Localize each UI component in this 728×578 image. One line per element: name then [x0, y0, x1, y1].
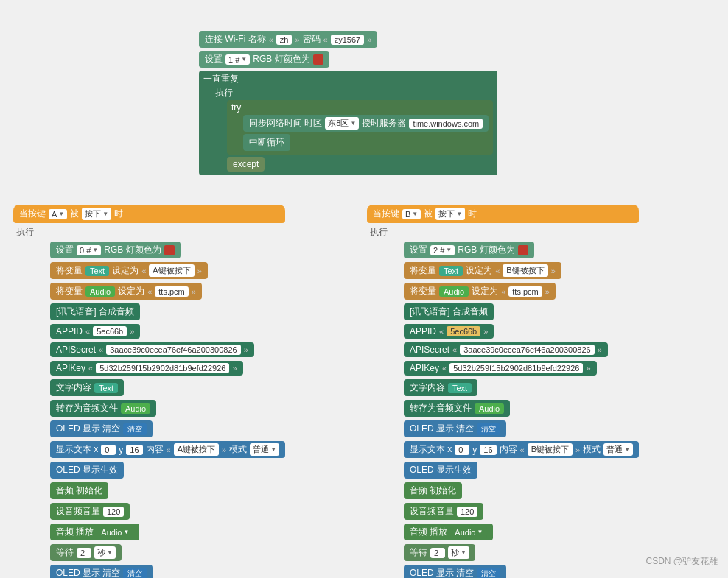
left-hat-label: 当按键 — [19, 208, 46, 220]
left-volume-val: 120 — [103, 507, 124, 517]
right-apisecret-val: 3aace39c0ecea76ef46a200300826 — [460, 345, 595, 355]
right-pressed: 被 — [424, 208, 433, 220]
right-text-val: B键被按下 — [503, 264, 547, 277]
left-oled-clear2: OLED 显示 清空 清空 — [50, 565, 153, 578]
right-appid-val: 5ec66b — [447, 326, 480, 336]
timezone-dropdown[interactable]: 东8区 — [325, 117, 359, 130]
break-label: 中断循环 — [249, 136, 284, 149]
left-text-val: A键被按下 — [149, 264, 194, 277]
wifi-block: 连接 Wi-Fi 名称 « zh » 密码 « zy1567 » — [199, 31, 377, 48]
left-text-var: Text — [85, 266, 109, 276]
left-audio-play-val[interactable]: Audio — [97, 526, 133, 538]
right-key-dropdown[interactable]: B — [402, 209, 421, 219]
exec-label-top: 执行 — [215, 87, 233, 99]
right-audio-init: 音频 初始化 — [404, 482, 462, 499]
right-audio-var: Audio — [439, 286, 469, 297]
right-text-content: 文字内容 Text — [404, 379, 477, 396]
right-wait-val: 2 — [430, 548, 445, 558]
right-audio-play-val[interactable]: Audio — [450, 526, 487, 538]
left-when: 时 — [114, 208, 123, 220]
right-var-text: 将变量 Text 设定为 « B键被按下 » — [404, 262, 561, 279]
right-display-text: 显示文本 x 0 y 16 内容 « B键被按下 » 模式 普通 — [404, 441, 639, 458]
left-set-volume: 设音频音量 120 — [50, 503, 130, 520]
sync-label: 同步网络时间 时区 — [249, 117, 322, 130]
right-oled-effect1: OLED 显示生效 — [404, 462, 477, 479]
right-display-x: 0 — [455, 445, 469, 455]
left-audio-val: tts.pcm — [155, 286, 188, 297]
right-oled-clear1-badge: 清空 — [477, 423, 500, 435]
wifi-password-label: 密码 — [303, 33, 321, 46]
left-appid-val: 5ec66b — [93, 326, 127, 336]
rgb-color-dot — [313, 54, 323, 65]
left-text-content: 文字内容 Text — [50, 379, 124, 396]
right-display-mode-dropdown[interactable]: 普通 — [603, 443, 633, 456]
loop-label: 一直重复 — [203, 73, 239, 85]
left-save-audio: 转存为音频文件 Audio — [50, 400, 156, 417]
left-apikey-val: 5d32b259f15b2902d81b9efd22926 — [96, 363, 229, 373]
left-oled-clear1: OLED 显示 清空 清空 — [50, 420, 153, 437]
right-oled-clear2-badge: 清空 — [477, 568, 500, 579]
sync-time-block: 同步网络时间 时区 东8区 授时服务器 time.windows.com — [243, 115, 489, 132]
right-set-volume: 设音频音量 120 — [404, 503, 483, 520]
set-rgb-block: 设置 1 # RGB 灯颜色为 — [199, 51, 329, 68]
right-save-audio: 转存为音频文件 Audio — [404, 400, 510, 417]
ntp-server: time.windows.com — [409, 119, 483, 129]
left-block: 当按键 A 被 按下 时 执行 设置 0 # RGB 灯颜色为 将变量 Text… — [13, 205, 285, 578]
right-oled-clear1: OLED 显示 清空 清空 — [404, 420, 506, 437]
wifi-label: 连接 Wi-Fi 名称 — [205, 33, 266, 46]
left-display-mode-dropdown[interactable]: 普通 — [250, 443, 279, 456]
right-save-val: Audio — [475, 403, 504, 414]
left-wait-unit[interactable]: 秒 — [94, 546, 116, 559]
wifi-password: zy1567 — [331, 35, 364, 45]
left-var-text: 将变量 Text 设定为 « A键被按下 » — [50, 262, 208, 279]
left-exec-label: 执行 — [16, 226, 34, 239]
right-audio-play: 音频 播放 Audio — [404, 524, 493, 540]
left-audio-var: Audio — [85, 286, 115, 297]
left-audio-init: 音频 初始化 — [50, 482, 108, 499]
left-wait: 等待 2 秒 — [50, 544, 122, 561]
right-wait-unit[interactable]: 秒 — [448, 546, 469, 559]
top-block: 连接 Wi-Fi 名称 « zh » 密码 « zy1567 » 设置 1 # … — [199, 29, 497, 177]
left-rgb-dot — [164, 245, 175, 255]
try-block: try 同步网络时间 时区 东8区 授时服务器 time.windows.com — [227, 100, 493, 155]
set-label: 设置 — [205, 53, 223, 66]
left-appid: APPID « 5ec66b » — [50, 324, 140, 339]
left-key-dropdown[interactable]: A — [49, 209, 67, 219]
left-var-audio: 将变量 Audio 设定为 « tts.pcm » — [50, 283, 202, 300]
right-synth-label: [讯飞语音] 合成音频 — [404, 303, 494, 320]
left-apisecret-val: 3aace39c0ecea76ef46a200300826 — [106, 345, 241, 355]
left-action-dropdown[interactable]: 按下 — [82, 208, 111, 220]
left-synth-label: [讯飞语音] 合成音频 — [50, 303, 140, 320]
left-display-text: 显示文本 x 0 y 16 内容 « A键被按下 » 模式 普通 — [50, 441, 285, 458]
left-display-y: 16 — [126, 445, 142, 455]
watermark: CSDN @驴友花雕 — [645, 555, 718, 568]
left-oled-clear1-badge: 清空 — [123, 423, 147, 435]
set-num-dropdown[interactable]: 1 # — [225, 54, 250, 65]
right-appid: APPID « 5ec66b » — [404, 324, 494, 339]
left-set-num[interactable]: 0 # — [77, 245, 101, 255]
right-hat-label: 当按键 — [373, 208, 399, 220]
right-audio-val: tts.pcm — [508, 286, 542, 297]
right-apikey-val: 5d32b259f15b2902d81b9efd22926 — [449, 363, 583, 373]
right-set-num[interactable]: 2 # — [430, 245, 455, 255]
left-display-x: 0 — [101, 445, 116, 455]
right-var-audio: 将变量 Audio 设定为 « tts.pcm » — [404, 283, 556, 300]
right-volume-val: 120 — [457, 507, 477, 517]
left-hat-block: 当按键 A 被 按下 时 — [13, 205, 285, 223]
break-block: 中断循环 — [243, 134, 290, 151]
left-set-rgb: 设置 0 # RGB 灯颜色为 — [50, 242, 181, 258]
left-text-content-val: Text — [94, 383, 118, 393]
right-oled-clear2: OLED 显示 清空 清空 — [404, 565, 506, 578]
right-block: 当按键 B 被 按下 时 执行 设置 2 # RGB 灯颜色为 将变量 Text… — [367, 205, 639, 578]
right-apikey: APIKey « 5d32b259f15b2902d81b9efd22926 » — [404, 361, 597, 376]
right-exec-label: 执行 — [370, 226, 388, 239]
right-action-dropdown[interactable]: 按下 — [435, 208, 465, 220]
right-apisecret: APISecret « 3aace39c0ecea76ef46a20030082… — [404, 342, 608, 357]
right-set-rgb: 设置 2 # RGB 灯颜色为 — [404, 242, 534, 258]
left-audio-play: 音频 播放 Audio — [50, 524, 139, 540]
right-hat-block: 当按键 B 被 按下 时 — [367, 205, 639, 223]
rgb-label: RGB 灯颜色为 — [253, 53, 309, 66]
except-label: except — [233, 159, 259, 169]
left-wait-val: 2 — [77, 548, 91, 558]
right-rgb-dot — [518, 245, 528, 255]
